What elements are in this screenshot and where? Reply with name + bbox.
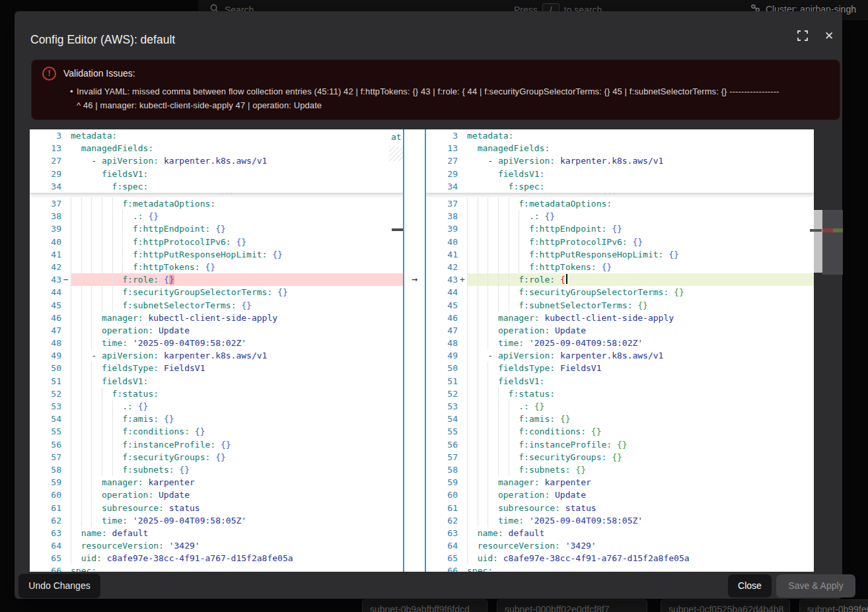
code-line[interactable]: 55f:conditions: {} [426,425,814,438]
code-token: fieldsV1: [498,376,544,386]
code-line[interactable]: 27- apiVersion: karpenter.k8s.aws/v1 [426,154,814,167]
code-token: f:role: [122,275,164,285]
code-line[interactable]: 61subresource: status [426,502,814,514]
code-line[interactable]: 52f:status: [30,388,403,400]
code-line[interactable]: 64resourceVersion: '3429' [426,539,814,552]
fold-ellipsis-right[interactable]: ··· [603,190,617,197]
fullscreen-icon[interactable] [796,29,809,42]
code-line[interactable]: 3metadata: [30,129,403,142]
code-line[interactable]: 49- apiVersion: karpenter.k8s.aws/v1 [426,349,814,362]
code-line[interactable]: 65uid: c8afe97e-38cc-4f91-a767-d15f2a8fe… [426,552,814,564]
code-line[interactable]: 63name: default [30,527,403,539]
code-line[interactable]: 51fieldsV1: [426,375,814,388]
code-line[interactable]: 55f:conditions: {} [30,425,403,438]
code-area-right[interactable]: 37f:metadataOptions:38.: {}39f:httpEndpo… [426,197,814,572]
code-line[interactable]: 63name: default [426,527,814,539]
code-line[interactable]: 29fieldsV1: [30,168,403,180]
save-apply-button-disabled[interactable]: Save & Apply [776,574,855,597]
line-number: 49 [426,349,458,362]
code-line[interactable]: 44f:securityGroupSelectorTerms: {} [426,286,814,298]
code-token: .: [122,401,137,411]
diff-sash[interactable] [403,129,426,572]
code-line[interactable]: 47operation: Update [426,324,814,337]
code-line[interactable]: 43−f:role: {} [30,273,403,286]
code-line[interactable]: 42f:httpTokens: {} [426,261,814,273]
code-line[interactable]: 50fieldsType: FieldsV1 [30,362,403,374]
code-line[interactable]: 34f:spec: [426,180,814,193]
code-line[interactable]: 38.: {} [30,210,403,222]
code-line[interactable]: 13managedFields: [30,142,403,154]
code-line[interactable]: 3metadata: [426,129,814,142]
code-line[interactable]: 51fieldsV1: [30,375,403,388]
editor-scrollbar-slider[interactable] [814,210,822,273]
code-line[interactable]: 59manager: karpenter [426,476,814,489]
code-line[interactable]: 66spec: [426,564,814,572]
line-number: 61 [30,502,61,514]
code-line[interactable]: 65uid: c8afe97e-38cc-4f91-a767-d15f2a8fe… [30,552,403,564]
code-line[interactable]: 48time: '2025-09-04T09:58:02Z' [30,337,403,349]
code-token: {} [221,440,231,450]
code-line[interactable]: 34f:spec: [30,180,403,193]
code-line[interactable]: 56f:instanceProfile: {} [30,438,403,451]
code-line[interactable]: 58f:subnets: {} [30,463,403,476]
code-line[interactable]: 49- apiVersion: karpenter.k8s.aws/v1 [30,349,403,362]
code-token: .: [133,211,148,221]
code-line[interactable]: 38.: {} [426,210,814,222]
code-line[interactable]: 46manager: kubectl-client-side-apply [30,312,403,324]
line-number: 13 [30,142,61,154]
code-token: status [565,503,597,513]
code-line[interactable]: 57f:securityGroups: {} [426,451,814,463]
overview-ruler-slider[interactable] [822,210,843,275]
code-line[interactable]: 39f:httpEndpoint: {} [426,222,814,235]
code-line[interactable]: 53.: {} [426,400,814,413]
code-line[interactable]: 40f:httpProtocolIPv6: {} [426,236,814,248]
code-line[interactable]: 43+f:role: { [426,273,814,286]
diff-marker [61,210,71,222]
code-line[interactable]: 62time: '2025-09-04T09:58:05Z' [30,514,403,527]
code-line[interactable]: 29fieldsV1: [426,168,814,180]
code-area-left[interactable]: 37f:metadataOptions:38.: {}39f:httpEndpo… [30,197,403,572]
code-line[interactable]: 66spec: [30,564,403,572]
code-line[interactable]: 53.: {} [30,400,403,413]
diff-pane-modified[interactable]: 3metadata:13managedFields:27- apiVersion… [426,129,814,572]
code-line[interactable]: 45f:subnetSelectorTerms: {} [30,299,403,312]
code-line[interactable]: 60operation: Update [426,489,814,501]
code-line[interactable]: 48time: '2025-09-04T09:58:02Z' [426,337,814,349]
undo-changes-button[interactable]: Undo Changes [18,574,100,598]
code-line[interactable]: 37f:metadataOptions: [30,197,403,210]
fold-ellipsis-left[interactable]: ··· [220,190,234,197]
code-line[interactable]: 27- apiVersion: karpenter.k8s.aws/v1 [30,154,403,167]
code-line[interactable]: 41f:httpPutResponseHopLimit: {} [30,248,403,261]
diff-marker [458,463,467,476]
code-line[interactable]: 60operation: Update [30,489,403,501]
code-line[interactable]: 46manager: kubectl-client-side-apply [426,312,814,324]
code-line[interactable]: 47operation: Update [30,324,403,337]
code-line[interactable]: 44f:securityGroupSelectorTerms: {} [30,286,403,298]
code-line[interactable]: 59manager: karpenter [30,476,403,489]
code-token: manager: [102,313,148,323]
code-token: } [169,275,174,285]
code-line[interactable]: 58f:subnets: {} [426,463,814,476]
code-line[interactable]: 52f:status: [426,388,814,400]
revert-change-arrow-icon[interactable]: → [403,273,426,286]
code-token: { [164,275,169,285]
close-icon[interactable]: ✕ [822,29,836,42]
code-line[interactable]: 54f:amis: {} [426,413,814,425]
code-line[interactable]: 64resourceVersion: '3429' [30,539,403,552]
close-button[interactable]: Close [728,574,772,597]
code-line[interactable]: 54f:amis: {} [30,413,403,425]
diff-pane-original[interactable]: 3metadata:13managedFields:27- apiVersion… [30,129,403,572]
code-line[interactable]: 37f:metadataOptions: [426,197,814,210]
code-line[interactable]: 61subresource: status [30,502,403,514]
code-line[interactable]: 57f:securityGroups: {} [30,451,403,463]
code-line[interactable]: 41f:httpPutResponseHopLimit: {} [426,248,814,261]
code-line[interactable]: 62time: '2025-09-04T09:58:05Z' [426,514,814,527]
code-line[interactable]: 39f:httpEndpoint: {} [30,222,403,235]
code-line[interactable]: 42f:httpTokens: {} [30,261,403,273]
code-line[interactable]: 40f:httpProtocolIPv6: {} [30,236,403,248]
code-line[interactable]: 50fieldsType: FieldsV1 [426,362,814,374]
code-token: {} [164,414,174,424]
code-line[interactable]: 45f:subnetSelectorTerms: {} [426,299,814,312]
code-line[interactable]: 56f:instanceProfile: {} [426,438,814,451]
code-line[interactable]: 13managedFields: [426,142,814,154]
